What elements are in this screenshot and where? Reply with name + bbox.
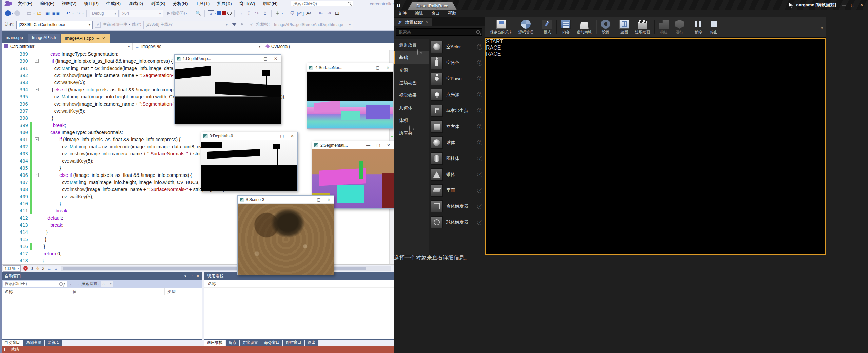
maximize-icon[interactable]: ▢ xyxy=(373,65,383,70)
autos-column-header[interactable]: 名称 xyxy=(2,288,70,295)
comment-icon[interactable]: 🗨 xyxy=(289,10,296,17)
step-out-icon[interactable]: ↥ xyxy=(262,10,269,17)
indent-decrease-icon[interactable]: ⇤ xyxy=(318,10,324,17)
flag-threads-icon[interactable]: ⚑ xyxy=(239,21,245,28)
placement-category-所有类[interactable]: 所有类 xyxy=(394,127,429,139)
vs-menu-item[interactable]: 测试(S) xyxy=(147,0,169,7)
panel-tab-自动窗口[interactable]: 自动窗口 xyxy=(2,340,23,346)
restart-icon[interactable] xyxy=(227,11,232,15)
opencv-window-depth1[interactable]: 1:DepthPersp...—▢✕ xyxy=(174,54,281,124)
placement-item-空Pawn[interactable]: 空Pawn? xyxy=(429,71,485,87)
class-search-input[interactable]: 搜索类 xyxy=(396,28,482,36)
maximize-icon[interactable]: ▢ xyxy=(277,134,287,138)
dropdown-icon[interactable]: ▾ xyxy=(184,274,186,278)
placement-item-圆柱体[interactable]: 圆柱体? xyxy=(429,150,485,166)
process-dropdown[interactable]: [23396] CarController.exe▾ xyxy=(16,21,93,29)
placement-item-立方体[interactable]: 立方体? xyxy=(429,118,485,134)
lifecycle-label[interactable]: 生命周期事件 xyxy=(103,22,127,27)
vs-menu-item[interactable]: 扩展(X) xyxy=(213,0,235,7)
close-icon[interactable]: ✕ xyxy=(426,20,429,25)
placement-item-锥体[interactable]: 锥体? xyxy=(429,166,485,182)
placement-category-体积[interactable]: 体积 xyxy=(394,114,429,127)
search-forward-icon[interactable]: → xyxy=(75,282,79,286)
cv-window-titlebar[interactable]: 4:SurfaceNor...—▢✕ xyxy=(307,63,393,72)
toolbar-button-content[interactable]: 内容 xyxy=(558,18,574,37)
cv-window-titlebar[interactable]: 3:Scene-3—▢✕ xyxy=(238,196,334,204)
minimize-icon[interactable]: — xyxy=(363,143,373,148)
vs-menu-item[interactable]: 文件(F) xyxy=(14,0,36,7)
toolbar-overflow-icon[interactable]: » xyxy=(820,24,824,30)
vs-menu-item[interactable]: 分析(N) xyxy=(169,0,192,7)
toolbar-button-settings[interactable]: 设置 xyxy=(598,18,613,37)
placement-item-玩家出生点[interactable]: 玩家出生点? xyxy=(429,103,485,118)
platform-dropdown[interactable]: x64▾ xyxy=(120,10,163,17)
document-tab-ImageAPIs.h[interactable]: ImageAPIs.h xyxy=(28,34,60,43)
parallel-stacks-icon[interactable]: ≉ xyxy=(248,21,254,28)
minimize-icon[interactable]: — xyxy=(267,134,277,138)
ue-menu-item[interactable]: 帮助 xyxy=(444,11,460,16)
navbar-type-dropdown[interactable]: →ImageAPIs▾ xyxy=(133,43,263,50)
ue-level-tab[interactable]: DesertRallyRace xyxy=(408,2,457,10)
save-icon[interactable]: ▣ xyxy=(44,10,51,17)
cv-window-titlebar[interactable]: 2:Segmentati...—▢✕ xyxy=(312,141,394,149)
document-tab-main.cpp[interactable]: main.cpp xyxy=(2,34,27,43)
panel-tab-命令窗口[interactable]: 命令窗口 xyxy=(261,340,282,346)
panel-tab-局部变量[interactable]: 局部变量 xyxy=(23,340,44,346)
vs-menu-item[interactable]: 生成(B) xyxy=(102,0,124,7)
placement-item-点光源[interactable]: 点光源? xyxy=(429,87,485,103)
placement-category-几何体[interactable]: 几何体 xyxy=(394,101,429,114)
navigate-forward-icon[interactable]: → xyxy=(14,10,20,16)
placement-item-空Actor[interactable]: 空Actor? xyxy=(429,39,485,55)
collapse-icon[interactable]: − xyxy=(35,88,39,91)
close-icon[interactable]: ✕ xyxy=(102,36,105,41)
show-next-statement-icon[interactable]: → xyxy=(237,10,244,17)
continue-button[interactable]: 继续(C)▾ xyxy=(165,10,189,16)
step-over-icon[interactable]: ↷ xyxy=(254,10,260,17)
opencv-window-normals[interactable]: 4:SurfaceNor...—▢✕ xyxy=(307,63,393,129)
ue-menu-item[interactable]: 窗口 xyxy=(427,11,444,16)
document-tab-ImageAPIs.cpp[interactable]: ImageAPIs.cpp⇀✕ xyxy=(61,34,109,43)
ue-menu-item[interactable]: 编辑 xyxy=(411,11,427,16)
autos-column-header[interactable]: 类型 xyxy=(165,288,195,295)
open-folder-icon[interactable]: 🗁 xyxy=(36,10,43,17)
navigate-back-icon[interactable]: ← xyxy=(5,10,11,16)
opencv-window-scene[interactable]: 3:Scene-3—▢✕ xyxy=(237,195,334,275)
configuration-dropdown[interactable]: Debug▾ xyxy=(90,10,119,17)
match-case-icon[interactable]: A² xyxy=(305,10,312,17)
home-icon[interactable]: ⌂ xyxy=(208,10,214,16)
opencv-window-depthvis[interactable]: 0:DepthVis-0—▢✕ xyxy=(201,132,298,191)
placement-category-光源[interactable]: 光源 xyxy=(394,64,429,76)
cv-window-titlebar[interactable]: 1:DepthPersp...—▢✕ xyxy=(175,55,281,63)
toolbar-button-modes[interactable]: 模式 xyxy=(539,18,555,37)
vs-menu-item[interactable]: 调试(D) xyxy=(124,0,147,7)
close-icon[interactable]: ✕ xyxy=(383,65,393,70)
toolbar-button-source-control[interactable]: 源码管理 xyxy=(515,18,536,37)
ue-menu-item[interactable]: 文件 xyxy=(394,11,411,16)
toolbar-button-blueprints[interactable]: 蓝图 xyxy=(616,18,632,37)
panel-tab-异常设置[interactable]: 异常设置 xyxy=(240,340,261,346)
vs-menu-item[interactable]: 编辑(E) xyxy=(36,0,58,7)
panel-tab-监视 1[interactable]: 监视 1 xyxy=(45,340,62,346)
toolbar-button-cinematics[interactable]: 过场动画 xyxy=(632,18,653,37)
search-back-icon[interactable]: ← xyxy=(69,282,73,286)
autos-column-header[interactable]: 值 xyxy=(70,288,165,295)
filter-threads-icon[interactable] xyxy=(232,23,237,26)
new-file-icon[interactable]: ▤ xyxy=(26,10,33,17)
game-viewport[interactable]: START RACE RACE xyxy=(485,38,826,255)
maximize-icon[interactable]: ▢ xyxy=(260,56,271,61)
redo-icon[interactable]: ↷ xyxy=(75,10,82,17)
vs-menu-item[interactable]: 工具(T) xyxy=(192,0,214,7)
collapse-icon[interactable]: − xyxy=(35,59,39,63)
bookmark-icon[interactable]: 🕮 xyxy=(334,10,341,17)
uncomment-icon[interactable]: [@] xyxy=(297,10,304,17)
place-actors-tab[interactable]: 放置actor ✕ xyxy=(394,18,432,26)
panel-tab-调用堆栈[interactable]: 调用堆栈 xyxy=(204,340,225,346)
next-change-icon[interactable]: → xyxy=(54,266,58,271)
placement-item-空角色[interactable]: 空角色? xyxy=(429,55,485,71)
close-icon[interactable]: ✕ xyxy=(287,134,297,138)
thread-dropdown[interactable]: [23868] 主线程▾ xyxy=(143,21,230,29)
toolbar-button-marketplace[interactable]: 虚幻商城 xyxy=(574,18,595,37)
minimize-icon[interactable]: — xyxy=(303,197,314,202)
vs-menu-item[interactable]: 视图(V) xyxy=(58,0,80,7)
placement-item-球体[interactable]: 球体? xyxy=(429,134,485,150)
